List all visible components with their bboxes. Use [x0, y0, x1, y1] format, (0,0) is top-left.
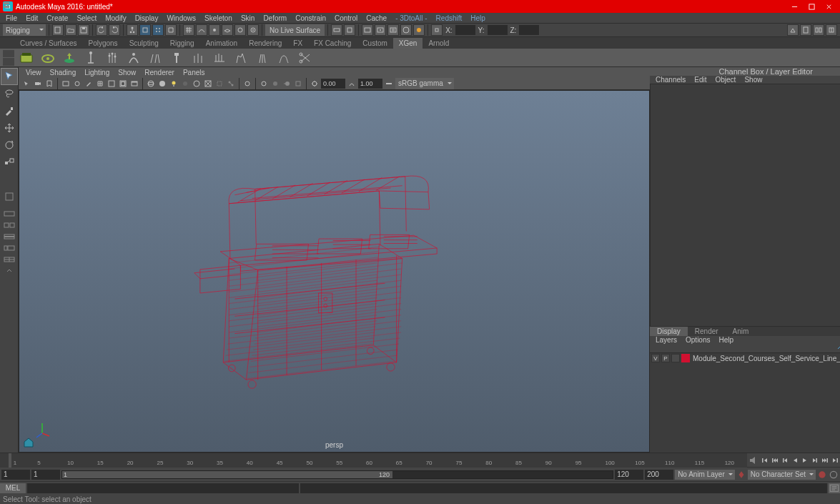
panel-menu-show[interactable]: Show [114, 69, 140, 76]
layer-row[interactable]: V P Module_Second_Courses_Self_Service_L… [650, 353, 840, 363]
cmd-lang-button[interactable]: MEL [0, 483, 26, 493]
select-component-button[interactable] [152, 24, 164, 36]
image-plane-button[interactable] [61, 79, 71, 89]
snap-grid-button[interactable] [183, 24, 194, 36]
move-tool-button[interactable] [1, 120, 17, 136]
shelf-tab-rigging[interactable]: Rigging [164, 38, 200, 49]
xgen-noise-button[interactable] [275, 50, 293, 66]
panel-menu-view[interactable]: View [21, 69, 46, 76]
shelf-tab-animation[interactable]: Animation [200, 38, 243, 49]
shelf-tab-sculpting[interactable]: Sculpting [124, 38, 164, 49]
save-scene-button[interactable] [78, 24, 89, 36]
shelf-tab-custom[interactable]: Custom [357, 38, 392, 49]
xgen-clump-button[interactable] [253, 50, 272, 66]
select-tool-button[interactable] [1, 69, 17, 84]
lasso-tool-button[interactable] [1, 86, 17, 102]
graph-pane-button[interactable] [1, 255, 17, 265]
render-layer-button[interactable] [413, 24, 425, 36]
minimize-button[interactable] [786, 1, 803, 12]
chbox-menu-edit[interactable]: Edit [690, 76, 711, 84]
layer-menu-options[interactable]: Options [681, 336, 714, 344]
xgen-create-button[interactable] [17, 50, 36, 66]
textured-button[interactable] [203, 79, 213, 89]
render-button[interactable] [362, 24, 373, 36]
shelf-tab-xgen[interactable]: XGen [393, 38, 423, 49]
select-camera-button[interactable] [21, 79, 31, 89]
last-tool-button[interactable] [1, 189, 17, 204]
outliner-pane-button[interactable] [1, 243, 17, 253]
maximize-button[interactable] [803, 1, 820, 12]
layer-name[interactable]: Module_Second_Courses_Self_Service_Line_… [691, 355, 840, 362]
menu-windows[interactable]: Windows [162, 14, 200, 22]
shadows-button[interactable] [180, 79, 190, 89]
y-field[interactable] [488, 25, 508, 35]
workspace-dropdown[interactable]: Rigging [3, 24, 46, 36]
wireframe-button[interactable] [146, 79, 156, 89]
z-field[interactable] [519, 25, 539, 35]
shelf-menu-icon[interactable] [3, 50, 14, 66]
colorspace-icon[interactable] [384, 79, 394, 89]
chbox-menu-show[interactable]: Show [740, 76, 766, 84]
use-lights-button[interactable] [169, 79, 179, 89]
menu-deform[interactable]: Deform [259, 14, 291, 22]
anim-layer-dropdown[interactable]: No Anim Layer [675, 470, 735, 480]
exposure-icon[interactable] [310, 79, 320, 89]
live-surface-button[interactable]: No Live Surface [265, 24, 325, 36]
xgen-import-button[interactable] [60, 50, 79, 66]
script-editor-button[interactable] [829, 483, 840, 493]
snap-curve-button[interactable] [196, 24, 207, 36]
grease-pencil-button[interactable] [84, 79, 94, 89]
snap-view-button[interactable] [247, 24, 259, 36]
scale-tool-button[interactable] [1, 154, 17, 170]
two-pane-v-button[interactable] [1, 232, 17, 242]
menu-help[interactable]: Help [466, 14, 490, 22]
go-end-button[interactable] [830, 454, 840, 467]
close-button[interactable] [820, 1, 837, 12]
multisample-button[interactable] [293, 79, 303, 89]
redo-button[interactable] [109, 24, 120, 36]
channel-box-button[interactable] [826, 24, 837, 36]
anim-start-field[interactable]: 1 [1, 470, 30, 480]
char-set-dropdown[interactable]: No Character Set [748, 470, 816, 480]
ipr-button[interactable] [375, 24, 386, 36]
toggle-history-button[interactable] [344, 24, 355, 36]
menu-control[interactable]: Control [330, 14, 362, 22]
xgen-modifier-3-button[interactable] [167, 50, 186, 66]
chbox-menu-object[interactable]: Object [711, 76, 741, 84]
wire-shade-button[interactable] [192, 79, 202, 89]
layer-move-up-button[interactable] [836, 344, 840, 352]
layer-playback-toggle[interactable]: P [661, 354, 670, 362]
xgen-modifier-2-button[interactable] [146, 50, 164, 66]
step-fwd-key-button[interactable] [820, 454, 830, 467]
render-settings-button[interactable] [387, 24, 399, 36]
xgen-open-button[interactable] [39, 50, 57, 66]
colorspace-dropdown[interactable]: sRGB gamma [395, 78, 454, 89]
select-hierarchy-button[interactable] [127, 24, 138, 36]
exposure-field[interactable]: 0.00 [321, 79, 345, 89]
play-fwd-button[interactable] [800, 454, 810, 467]
menu-create[interactable]: Create [42, 14, 72, 22]
film-gate-button[interactable] [107, 79, 117, 89]
gamma-field[interactable]: 1.00 [358, 79, 382, 89]
new-scene-button[interactable] [52, 24, 64, 36]
snap-live-button[interactable] [234, 24, 246, 36]
chbox-menu-channels[interactable]: Channels [651, 76, 690, 84]
rotate-tool-button[interactable] [1, 137, 17, 153]
hypershade-button[interactable] [400, 24, 412, 36]
shelf-tab-fx-caching[interactable]: FX Caching [308, 38, 357, 49]
xgen-modifier-4-button[interactable] [189, 50, 207, 66]
audio-toggle-button[interactable] [747, 454, 760, 467]
isolate-button[interactable] [242, 79, 252, 89]
layer-type-toggle[interactable] [671, 354, 680, 362]
grid-toggle-button[interactable] [95, 79, 105, 89]
xgen-cut-button[interactable] [296, 50, 315, 66]
shelf-tab-fx[interactable]: FX [287, 38, 308, 49]
select-mask-button[interactable] [165, 24, 177, 36]
camera-attr-button[interactable] [33, 79, 43, 89]
auto-key-button[interactable] [817, 470, 827, 480]
menu-redshift[interactable]: Redshift [432, 14, 467, 22]
x-ray-button[interactable] [214, 79, 224, 89]
xgen-guide-button[interactable] [81, 50, 100, 66]
menu-constrain[interactable]: Constrain [291, 14, 330, 22]
menu-select[interactable]: Select [72, 14, 101, 22]
